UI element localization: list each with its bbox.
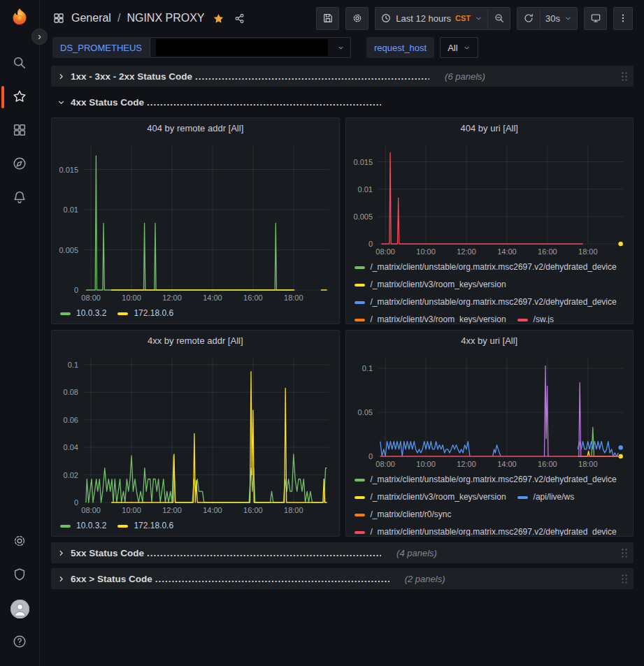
sidebar-item-configuration[interactable] [0,525,40,558]
favorite-star-icon[interactable] [213,13,224,24]
chart-plot-area[interactable]: 00.0050.010.01508:0010:0012:0014:0016:00… [52,138,339,305]
svg-text:0.005: 0.005 [353,212,373,221]
line-chart[interactable]: 00.020.040.060.080.108:0010:0012:0014:00… [52,351,339,517]
sidebar-item-dashboards[interactable] [0,114,40,147]
legend-swatch-icon [60,312,71,315]
row-drag-handle[interactable] [621,71,628,82]
grafana-logo-icon[interactable] [7,6,32,31]
svg-text:08:00: 08:00 [81,294,101,302]
sidebar-expand-button[interactable]: › [31,29,48,45]
legend-item[interactable]: /_matrix/client/v3/room_keys/version [355,488,506,506]
refresh-interval-select[interactable]: 30s [540,7,578,30]
legend-swatch-icon [117,525,128,528]
row-title-dots: ........................................… [147,97,381,108]
panel-title[interactable]: 4xx by remote addr [All] [52,331,339,351]
svg-text:10:00: 10:00 [416,460,436,468]
chevron-down-icon [463,44,471,52]
sidebar [0,0,40,666]
legend-swatch-icon [355,479,365,482]
sidebar-item-search[interactable] [0,47,40,80]
chevron-down-icon [564,15,572,22]
legend-item[interactable]: /_matrix/client/unstable/org.matrix.msc2… [355,259,617,276]
svg-text:16:00: 16:00 [538,460,557,468]
breadcrumb-folder[interactable]: General [71,12,111,24]
request-host-variable-select[interactable]: All [440,37,478,58]
dashboard-scroll-area[interactable]: 1xx - 3xx - 2xx Status Code ............… [40,63,644,666]
panel-title[interactable]: 404 by remote addr [All] [52,118,339,138]
legend-item[interactable]: 10.0.3.2 [60,305,106,322]
svg-text:10:00: 10:00 [416,247,436,256]
svg-text:0.08: 0.08 [64,388,78,396]
refresh-button[interactable] [517,7,540,30]
row-title: 1xx - 3xx - 2xx Status Code [71,71,192,82]
panel-title[interactable]: 4xx by uri [All] [346,331,634,351]
dashboards-grid-icon [12,122,27,140]
chart-legend: /_matrix/client/unstable/org.matrix.msc2… [346,471,634,536]
refresh-group: 30s [517,7,578,30]
sidebar-item-server-admin[interactable] [0,558,40,592]
svg-text:16:00: 16:00 [243,506,263,514]
legend-label: /_matrix/client/r0/sync [371,506,452,523]
grafana-app: › General / NGINX PROXY [0,0,644,666]
legend-item[interactable]: /_matrix/client/r0/sync [355,506,452,523]
row-header-4xx[interactable]: 4xx Status Code ........................… [51,92,634,113]
svg-text:12:00: 12:00 [162,506,182,514]
legend-item[interactable]: 10.0.3.2 [60,517,106,535]
legend-item[interactable]: 172.18.0.6 [117,517,173,535]
legend-label: /_matrix/client/v3/room_keys/version [371,488,506,506]
legend-label: /_matrix/client/v3/room_keys/version [371,311,506,324]
chart-plot-area[interactable]: 00.0050.010.01508:0010:0012:0014:0016:00… [346,138,634,259]
line-chart[interactable]: 00.0050.010.01508:0010:0012:0014:0016:00… [52,138,339,305]
clock-icon [380,13,392,24]
row-drag-handle[interactable] [621,548,628,558]
bell-icon [12,189,27,207]
legend-item[interactable]: /sw.js [517,311,554,324]
legend-item[interactable]: /_matrix/client/unstable/org.matrix.msc2… [355,471,617,488]
chart-legend: 10.0.3.2172.18.0.6 [52,517,339,536]
row-title-dots: ........................................… [155,574,389,584]
datasource-variable-label[interactable]: DS_PROMETHEUS [52,37,150,58]
compass-icon [12,156,27,173]
sidebar-item-starred[interactable] [0,80,40,114]
row-header-6xx[interactable]: 6xx > Status Code ......................… [51,568,634,589]
legend-item[interactable]: /_matrix/client/unstable/org.matrix.msc2… [355,294,617,311]
datasource-variable-select[interactable] [150,37,351,58]
svg-text:14:00: 14:00 [497,460,517,468]
zoom-out-time-button[interactable] [487,7,510,30]
tv-mode-button[interactable] [584,7,607,30]
legend-item[interactable]: /_matrix/client/unstable/org.matrix.msc2… [355,523,617,536]
dashboard-settings-button[interactable] [345,7,368,30]
legend-item[interactable]: /api/live/ws [517,488,575,506]
svg-text:0: 0 [74,498,78,507]
row-header-1xx-3xx-2xx[interactable]: 1xx - 3xx - 2xx Status Code ............… [51,66,634,87]
panel-title[interactable]: 404 by uri [All] [346,118,634,138]
share-icon[interactable] [234,13,245,24]
legend-item[interactable]: /_matrix/client/v3/room_keys/version [355,311,506,324]
chart-plot-area[interactable]: 00.050.108:0010:0012:0014:0016:0018:00 [346,351,634,471]
svg-text:0.005: 0.005 [59,246,78,254]
legend-item[interactable]: /_matrix/client/v3/room_keys/version [355,276,506,294]
request-host-variable-label[interactable]: request_host [366,37,434,58]
svg-text:14:00: 14:00 [497,247,517,256]
svg-text:0.01: 0.01 [357,185,372,194]
row-title: 6xx > Status Code [71,574,152,584]
panel-404-by-remote-addr: 404 by remote addr [All] 00.0050.010.015… [51,117,340,324]
svg-text:12:00: 12:00 [457,460,476,468]
time-range-picker[interactable]: Last 12 hours CST [375,7,487,30]
legend-item[interactable]: 172.18.0.6 [117,305,173,322]
sidebar-item-help[interactable] [0,625,40,659]
chart-plot-area[interactable]: 00.020.040.060.080.108:0010:0012:0014:00… [52,351,339,517]
sidebar-item-profile[interactable] [0,592,40,625]
save-dashboard-button[interactable] [316,7,339,30]
dashboard-title[interactable]: NGINX PROXY [127,12,204,24]
row-header-5xx[interactable]: 5xx Status Code ........................… [51,542,634,563]
sidebar-item-alerting[interactable] [0,181,40,215]
panel-404-by-uri: 404 by uri [All] 00.0050.010.01508:0010:… [345,117,634,324]
sidebar-item-explore[interactable] [0,147,40,181]
line-chart[interactable]: 00.0050.010.01508:0010:0012:0014:0016:00… [346,138,634,259]
row-drag-handle[interactable] [621,574,628,584]
line-chart[interactable]: 00.050.108:0010:0012:0014:0016:0018:00 [346,351,634,471]
more-options-button[interactable] [613,7,633,30]
legend-label: /_matrix/client/unstable/org.matrix.msc2… [371,523,617,536]
timezone-label: CST [455,14,471,22]
